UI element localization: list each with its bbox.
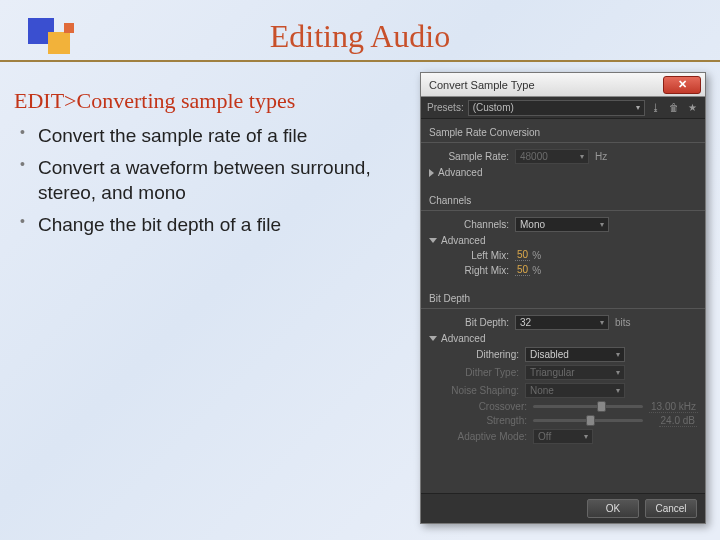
presets-label: Presets: <box>427 102 464 113</box>
adaptive-mode-label: Adaptive Mode: <box>447 431 533 442</box>
channels-value: Mono <box>520 219 545 230</box>
slider-thumb-icon <box>586 415 595 426</box>
strength-value: 24.0 dB <box>643 415 697 426</box>
adaptive-mode-value: Off <box>538 431 551 442</box>
left-mix-unit: % <box>532 250 541 261</box>
channels-section: Channels Channels: Mono ▾ Advanced Left … <box>421 187 705 285</box>
dithering-dropdown[interactable]: Disabled ▾ <box>525 347 625 362</box>
presets-row: Presets: (Custom) ▾ ⭳ 🗑 ★ <box>421 97 705 119</box>
left-mix-row: Left Mix: 50 % <box>447 249 697 261</box>
right-mix-value[interactable]: 50 <box>515 264 530 276</box>
triangle-down-icon <box>429 336 437 341</box>
strength-label: Strength: <box>447 415 533 426</box>
bitdepth-unit: bits <box>615 317 631 328</box>
preset-icon-group: ⭳ 🗑 ★ <box>649 101 699 115</box>
dithering-row: Dithering: Disabled ▾ <box>447 347 697 362</box>
section-divider <box>421 210 705 211</box>
advanced-label: Advanced <box>438 167 482 178</box>
dither-type-value: Triangular <box>530 367 575 378</box>
channels-advanced-toggle[interactable]: Advanced <box>429 235 697 246</box>
bitdepth-label: Bit Depth: <box>429 317 515 328</box>
right-mix-label: Right Mix: <box>447 265 515 276</box>
channels-advanced-panel: Left Mix: 50 % Right Mix: 50 % <box>429 249 697 276</box>
slider-thumb-icon <box>597 401 606 412</box>
triangle-right-icon <box>429 169 434 177</box>
sample-rate-advanced-toggle[interactable]: Advanced <box>429 167 697 178</box>
advanced-label: Advanced <box>441 235 485 246</box>
crossover-label: Crossover: <box>447 401 533 412</box>
sample-rate-label: Sample Rate: <box>429 151 515 162</box>
right-mix-row: Right Mix: 50 % <box>447 264 697 276</box>
crossover-value: 13.00 kHz <box>643 401 697 412</box>
strength-slider <box>533 419 643 422</box>
close-button[interactable]: ✕ <box>663 76 701 94</box>
bitdepth-value: 32 <box>520 317 531 328</box>
chevron-down-icon: ▾ <box>616 386 620 395</box>
content-heading: EDIT>Converting sample types <box>14 88 384 114</box>
section-divider <box>421 308 705 309</box>
sample-rate-field[interactable]: 48000 ▾ <box>515 149 589 164</box>
sample-rate-value: 48000 <box>520 151 548 162</box>
channels-dropdown[interactable]: Mono ▾ <box>515 217 609 232</box>
left-mix-label: Left Mix: <box>447 250 515 261</box>
bitdepth-advanced-toggle[interactable]: Advanced <box>429 333 697 344</box>
chevron-down-icon: ▾ <box>600 220 604 229</box>
chevron-down-icon: ▾ <box>636 103 640 112</box>
noise-shaping-row: Noise Shaping: None ▾ <box>447 383 697 398</box>
dialog-title: Convert Sample Type <box>429 79 535 91</box>
section-title-sample-rate: Sample Rate Conversion <box>429 127 697 138</box>
presets-dropdown[interactable]: (Custom) ▾ <box>468 100 645 116</box>
convert-sample-type-dialog: Convert Sample Type ✕ Presets: (Custom) … <box>420 72 706 524</box>
dithering-value: Disabled <box>530 349 569 360</box>
strength-row: Strength: 24.0 dB <box>447 415 697 426</box>
chevron-down-icon: ▾ <box>616 368 620 377</box>
title-divider <box>0 60 720 62</box>
bitdepth-section: Bit Depth Bit Depth: 32 ▾ bits Advanced … <box>421 285 705 453</box>
section-title-channels: Channels <box>429 195 697 206</box>
close-icon: ✕ <box>678 78 687 91</box>
noise-shaping-dropdown: None ▾ <box>525 383 625 398</box>
sample-rate-row: Sample Rate: 48000 ▾ Hz <box>429 149 697 164</box>
bullet-item: Convert the sample rate of a file <box>20 124 384 148</box>
dither-type-dropdown: Triangular ▾ <box>525 365 625 380</box>
bullet-item: Change the bit depth of a file <box>20 213 384 237</box>
chevron-down-icon: ▾ <box>580 152 584 161</box>
channels-row: Channels: Mono ▾ <box>429 217 697 232</box>
crossover-row: Crossover: 13.00 kHz <box>447 401 697 412</box>
ok-button[interactable]: OK <box>587 499 639 518</box>
right-mix-unit: % <box>532 265 541 276</box>
channels-label: Channels: <box>429 219 515 230</box>
adaptive-mode-row: Adaptive Mode: Off ▾ <box>447 429 697 444</box>
crossover-slider <box>533 405 643 408</box>
chevron-down-icon: ▾ <box>584 432 588 441</box>
chevron-down-icon: ▾ <box>616 350 620 359</box>
bitdepth-dropdown[interactable]: 32 ▾ <box>515 315 609 330</box>
dither-type-label: Dither Type: <box>447 367 525 378</box>
bullet-list: Convert the sample rate of a file Conver… <box>14 124 384 237</box>
slide: Editing Audio EDIT>Converting sample typ… <box>0 0 720 540</box>
dithering-label: Dithering: <box>447 349 525 360</box>
bullet-item: Convert a waveform between surround, ste… <box>20 156 384 205</box>
delete-preset-icon[interactable]: 🗑 <box>667 101 681 115</box>
noise-shaping-value: None <box>530 385 554 396</box>
dialog-footer: OK Cancel <box>421 493 705 523</box>
left-mix-value[interactable]: 50 <box>515 249 530 261</box>
sample-rate-section: Sample Rate Conversion Sample Rate: 4800… <box>421 119 705 187</box>
presets-value: (Custom) <box>473 102 514 113</box>
dialog-titlebar[interactable]: Convert Sample Type ✕ <box>421 73 705 97</box>
slide-title: Editing Audio <box>0 18 720 55</box>
section-divider <box>421 142 705 143</box>
bitdepth-row: Bit Depth: 32 ▾ bits <box>429 315 697 330</box>
cancel-button[interactable]: Cancel <box>645 499 697 518</box>
chevron-down-icon: ▾ <box>600 318 604 327</box>
slide-content: EDIT>Converting sample types Convert the… <box>14 88 384 245</box>
advanced-label: Advanced <box>441 333 485 344</box>
triangle-down-icon <box>429 238 437 243</box>
adaptive-mode-dropdown: Off ▾ <box>533 429 593 444</box>
save-preset-icon[interactable]: ⭳ <box>649 101 663 115</box>
section-title-bitdepth: Bit Depth <box>429 293 697 304</box>
dither-type-row: Dither Type: Triangular ▾ <box>447 365 697 380</box>
noise-shaping-label: Noise Shaping: <box>447 385 525 396</box>
favorite-preset-icon[interactable]: ★ <box>685 101 699 115</box>
sample-rate-unit: Hz <box>595 151 607 162</box>
